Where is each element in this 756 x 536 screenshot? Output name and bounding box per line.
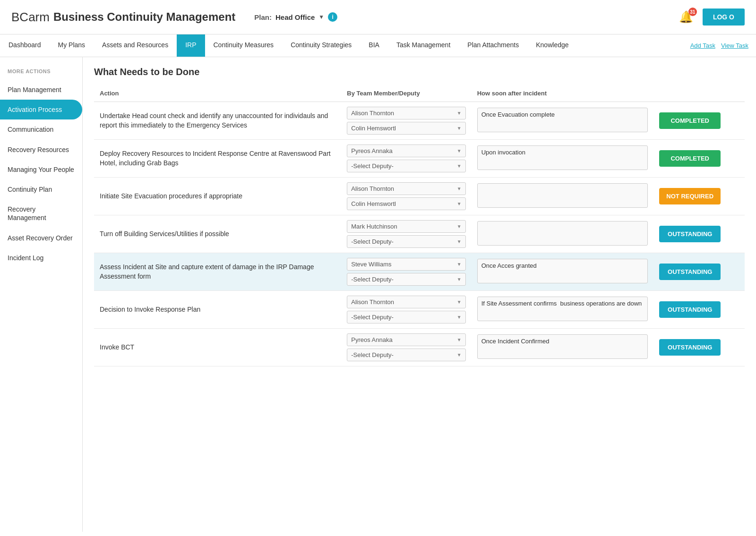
th-status xyxy=(653,86,745,102)
nav-item-task-management[interactable]: Task Management xyxy=(388,34,459,57)
team-cell: Steve Williams▼ -Select Deputy-▼ xyxy=(347,258,465,286)
th-action: Action xyxy=(94,86,341,102)
status-button[interactable]: NOT REQUIRED xyxy=(659,188,721,204)
status-button[interactable]: OUTSTANDING xyxy=(659,339,721,356)
info-icon[interactable]: i xyxy=(328,12,337,22)
table-row: Undertake Head count check and identify … xyxy=(94,102,745,140)
member-select[interactable]: Alison Thornton▼ xyxy=(347,107,465,119)
table-row: Decision to Invoke Response Plan Alison … xyxy=(94,291,745,329)
deputy-select[interactable]: -Select Deputy-▼ xyxy=(347,160,465,172)
deputy-select[interactable]: -Select Deputy-▼ xyxy=(347,273,465,286)
team-cell: Pyreos Annaka▼ -Select Deputy-▼ xyxy=(347,333,465,361)
nav-item-continuity-strategies[interactable]: Continuity Strategies xyxy=(282,34,360,57)
action-text: Deploy Recovery Resources to Incident Re… xyxy=(100,150,331,167)
action-text: Undertake Head count check and identify … xyxy=(100,112,328,129)
action-text: Turn off Building Services/Utilities if … xyxy=(100,230,229,238)
plan-value: Head Office xyxy=(275,13,315,21)
status-button[interactable]: OUTSTANDING xyxy=(659,226,721,242)
app-name: Business Continuity Management xyxy=(53,10,235,24)
team-cell: Alison Thornton▼ Colin Hemswortl▼ xyxy=(347,182,465,210)
table-row: Deploy Recovery Resources to Incident Re… xyxy=(94,140,745,178)
nav-item-plan-attachments[interactable]: Plan Attachments xyxy=(459,34,527,57)
notification-bell[interactable]: 🔔 31 xyxy=(679,10,693,24)
header: BCarm Business Continuity Management Pla… xyxy=(0,0,756,34)
table-row: Invoke BCT Pyreos Annaka▼ -Select Deputy… xyxy=(94,329,745,366)
th-when: How soon after incident xyxy=(472,86,654,102)
sidebar-item-asset-recovery-order[interactable]: Asset Recovery Order xyxy=(0,228,82,248)
action-text: Assess Incident at Site and capture exte… xyxy=(100,263,314,280)
nav-item-dashboard[interactable]: Dashboard xyxy=(0,34,50,57)
action-text: Decision to Invoke Response Plan xyxy=(100,306,200,313)
task-links: Add Task View Task xyxy=(690,42,756,49)
plan-label: Plan: xyxy=(254,13,272,21)
main-layout: MORE ACTIONS Plan ManagementActivation P… xyxy=(0,57,756,532)
deputy-select[interactable]: Colin Hemswortl▼ xyxy=(347,122,465,135)
team-cell: Mark Hutchinson▼ -Select Deputy-▼ xyxy=(347,220,465,248)
team-cell: Alison Thornton▼ Colin Hemswortl▼ xyxy=(347,107,465,135)
status-button[interactable]: OUTSTANDING xyxy=(659,301,721,318)
team-cell: Alison Thornton▼ -Select Deputy-▼ xyxy=(347,296,465,323)
member-select[interactable]: Mark Hutchinson▼ xyxy=(347,220,465,233)
member-select[interactable]: Alison Thornton▼ xyxy=(347,296,465,308)
when-textarea[interactable] xyxy=(477,183,648,208)
when-textarea[interactable] xyxy=(477,334,648,359)
notification-count: 31 xyxy=(688,8,697,16)
table-row: Assess Incident at Site and capture exte… xyxy=(94,253,745,291)
nav-item-knowledge[interactable]: Knowledge xyxy=(527,34,577,57)
logo: BCarm xyxy=(11,10,50,25)
status-button[interactable]: COMPLETED xyxy=(659,112,721,129)
status-button[interactable]: OUTSTANDING xyxy=(659,264,721,280)
team-cell: Pyreos Annaka▼ -Select Deputy-▼ xyxy=(347,145,465,172)
table-row: Initiate Site Evacuation procedures if a… xyxy=(94,178,745,215)
page-title: What Needs to be Done xyxy=(94,67,745,77)
main-nav: DashboardMy PlansAssets and ResourcesIRP… xyxy=(0,34,756,57)
nav-item-irp[interactable]: IRP xyxy=(177,34,205,57)
member-select[interactable]: Steve Williams▼ xyxy=(347,258,465,271)
sidebar-item-continuity-plan[interactable]: Continuity Plan xyxy=(0,179,82,199)
deputy-select[interactable]: -Select Deputy-▼ xyxy=(347,311,465,323)
logout-button[interactable]: LOG O xyxy=(703,9,745,26)
th-team: By Team Member/Deputy xyxy=(341,86,471,102)
sidebar-item-incident-log[interactable]: Incident Log xyxy=(0,248,82,268)
sidebar-item-activation-process[interactable]: Activation Process xyxy=(0,100,82,119)
when-textarea[interactable] xyxy=(477,108,648,132)
when-textarea[interactable] xyxy=(477,259,648,283)
action-text: Initiate Site Evacuation procedures if a… xyxy=(100,192,242,200)
nav-item-my-plans[interactable]: My Plans xyxy=(50,34,94,57)
sidebar-item-recovery-management[interactable]: Recovery Management xyxy=(0,199,82,228)
view-task-link[interactable]: View Task xyxy=(721,42,748,49)
sidebar: MORE ACTIONS Plan ManagementActivation P… xyxy=(0,57,83,532)
deputy-select[interactable]: Colin Hemswortl▼ xyxy=(347,197,465,210)
when-textarea[interactable] xyxy=(477,297,648,321)
main-content: What Needs to be Done Action By Team Mem… xyxy=(83,57,756,532)
deputy-select[interactable]: -Select Deputy-▼ xyxy=(347,349,465,361)
sidebar-item-managing-your-people[interactable]: Managing Your People xyxy=(0,160,82,179)
member-select[interactable]: Pyreos Annaka▼ xyxy=(347,145,465,157)
member-select[interactable]: Pyreos Annaka▼ xyxy=(347,333,465,346)
sidebar-more-actions-label: MORE ACTIONS xyxy=(0,65,82,80)
member-select[interactable]: Alison Thornton▼ xyxy=(347,182,465,195)
sidebar-item-communication[interactable]: Communication xyxy=(0,119,82,139)
irp-table: Action By Team Member/Deputy How soon af… xyxy=(94,86,745,366)
nav-item-assets-and-resources[interactable]: Assets and Resources xyxy=(94,34,177,57)
plan-chevron-icon[interactable]: ▼ xyxy=(318,14,324,20)
nav-item-continuity-measures[interactable]: Continuity Measures xyxy=(205,34,283,57)
add-task-link[interactable]: Add Task xyxy=(690,42,715,49)
sidebar-item-plan-management[interactable]: Plan Management xyxy=(0,80,82,100)
sidebar-item-recovery-resources[interactable]: Recovery Resources xyxy=(0,140,82,160)
nav-item-bia[interactable]: BIA xyxy=(360,34,388,57)
when-textarea[interactable] xyxy=(477,221,648,246)
action-text: Invoke BCT xyxy=(100,343,134,351)
status-button[interactable]: COMPLETED xyxy=(659,150,721,167)
when-textarea[interactable] xyxy=(477,145,648,170)
deputy-select[interactable]: -Select Deputy-▼ xyxy=(347,235,465,248)
plan-selector: Plan: Head Office ▼ i xyxy=(254,12,337,22)
table-row: Turn off Building Services/Utilities if … xyxy=(94,215,745,253)
